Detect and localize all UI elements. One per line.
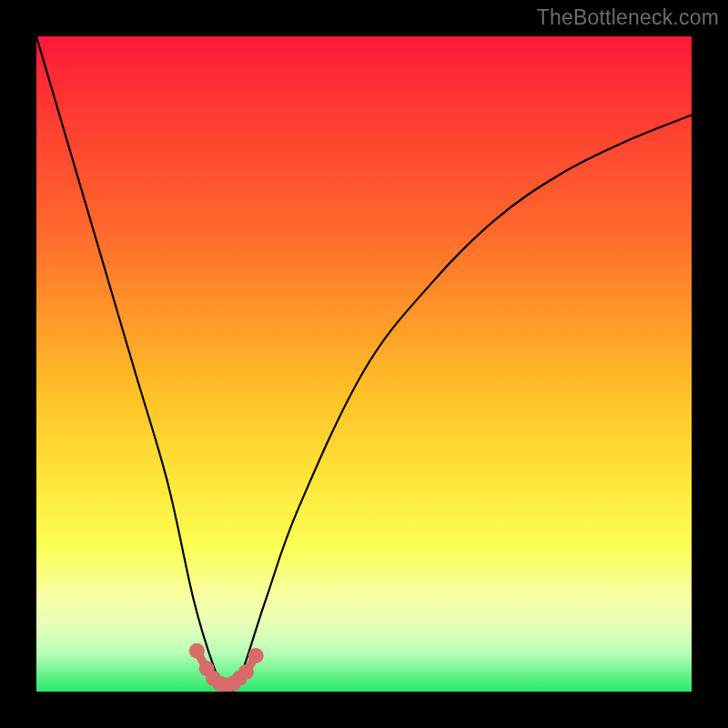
trough-marker [189, 643, 205, 659]
curve-svg [36, 36, 692, 692]
trough-marker [238, 664, 254, 680]
chart-frame: TheBottleneck.com [0, 0, 728, 728]
plot-area [36, 36, 692, 692]
trough-marker [248, 648, 264, 663]
watermark-text: TheBottleneck.com [537, 5, 719, 30]
trough-marker-group [189, 643, 264, 692]
bottleneck-curve [36, 36, 692, 692]
